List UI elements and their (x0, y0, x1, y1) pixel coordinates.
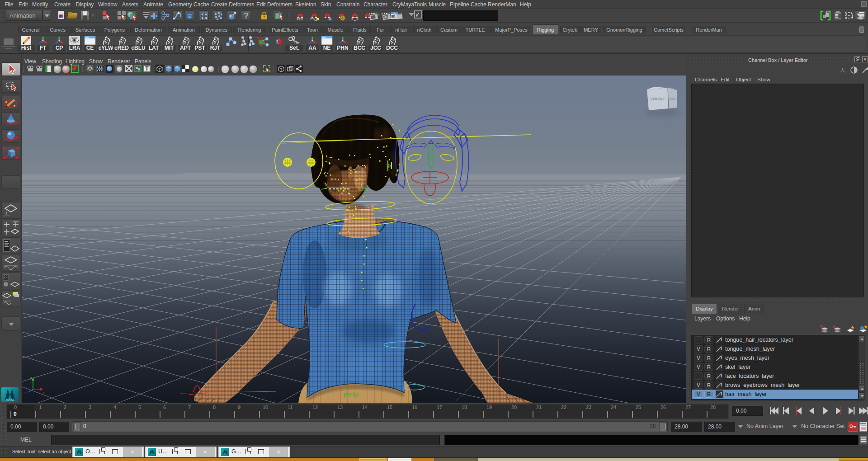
svg-text:RIGHT: RIGHT (670, 97, 676, 101)
svg-text:FRONT: FRONT (651, 96, 665, 101)
svg-text:persp: persp (344, 391, 359, 398)
svg-text:z: z (24, 390, 27, 395)
svg-text:MAYA: MAYA (6, 398, 14, 401)
svg-text:y: y (30, 376, 32, 380)
svg-text:x: x (42, 390, 45, 395)
